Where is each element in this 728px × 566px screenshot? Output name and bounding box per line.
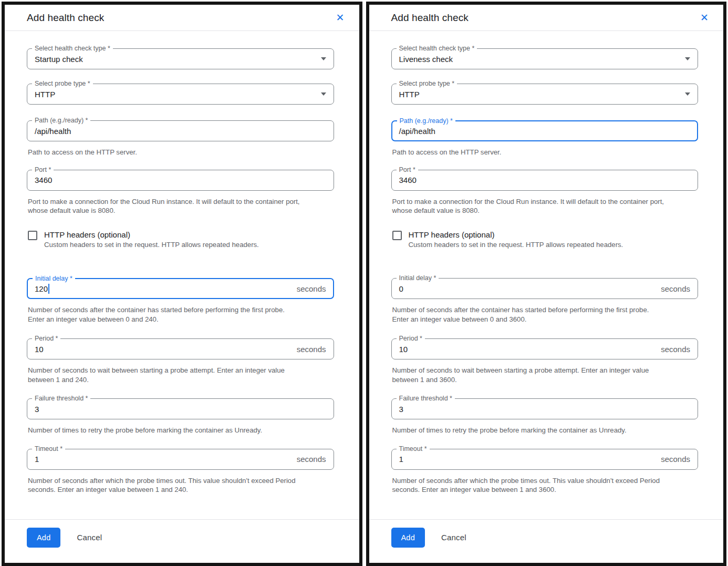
period-field[interactable]: Period * 10 seconds Number of seconds to… (27, 338, 334, 384)
failure-threshold-helper-text: Number of times to retry the probe befor… (28, 426, 334, 435)
dialog-add-health-check-startup: Add health check ✕ Select health check t… (2, 2, 362, 566)
http-headers-checkbox[interactable] (392, 231, 402, 240)
chevron-down-icon[interactable] (321, 57, 326, 60)
timeout-value: 1 (35, 455, 39, 464)
initial-delay-unit: seconds (297, 284, 326, 293)
timeout-label: Timeout * (32, 445, 65, 454)
port-label: Port * (32, 166, 54, 174)
dialog-header: Add health check ✕ (5, 5, 359, 31)
path-helper-text: Path to access on the HTTP server. (392, 148, 699, 157)
failure-threshold-helper-text: Number of times to retry the probe befor… (392, 426, 699, 435)
cancel-button[interactable]: Cancel (441, 533, 466, 542)
probe-type-value: HTTP (399, 90, 420, 99)
probe-type-value: HTTP (35, 90, 55, 99)
text-cursor (48, 284, 49, 294)
http-headers-helper-text: Custom headers to set in the request. HT… (44, 240, 259, 250)
period-unit: seconds (297, 345, 326, 354)
period-unit: seconds (661, 345, 690, 354)
initial-delay-helper-text: Number of seconds after the container ha… (28, 305, 334, 324)
port-field[interactable]: Port * 3460 Port to make a connection fo… (391, 170, 699, 215)
http-headers-option: HTTP headers (optional) Custom headers t… (391, 230, 699, 250)
timeout-field[interactable]: Timeout * 1 seconds Number of seconds af… (391, 449, 699, 495)
port-helper-text: Port to make a connection for the Cloud … (28, 197, 334, 215)
initial-delay-field[interactable]: Initial delay * 120 seconds Number of se… (27, 278, 334, 324)
probe-type-select[interactable]: Select probe type * HTTP (27, 84, 334, 105)
path-helper-text: Path to access on the HTTP server. (28, 148, 334, 157)
dialog-footer: Add Cancel (5, 519, 359, 566)
initial-delay-helper-text: Number of seconds after the container ha… (392, 305, 699, 324)
health-check-type-value: Liveness check (399, 55, 453, 64)
http-headers-option: HTTP headers (optional) Custom headers t… (27, 230, 334, 250)
health-check-type-label: Select health check type * (397, 44, 477, 53)
failure-threshold-label: Failure threshold * (32, 394, 90, 403)
http-headers-checkbox[interactable] (28, 231, 37, 240)
timeout-unit: seconds (297, 455, 326, 464)
health-check-type-label: Select health check type * (32, 44, 113, 53)
path-label: Path (e.g./ready) * (32, 116, 90, 125)
failure-threshold-field[interactable]: Failure threshold * 3 Number of times to… (27, 398, 334, 435)
timeout-label: Timeout * (397, 445, 430, 454)
health-check-type-value: Startup check (35, 55, 83, 64)
period-helper-text: Number of seconds to wait between starti… (28, 366, 334, 384)
timeout-helper-text: Number of seconds after which the probe … (28, 476, 334, 495)
add-button[interactable]: Add (391, 528, 425, 548)
dialog-footer: Add Cancel (369, 519, 724, 566)
period-helper-text: Number of seconds to wait between starti… (392, 366, 699, 384)
cancel-button[interactable]: Cancel (77, 533, 102, 542)
add-button[interactable]: Add (27, 528, 60, 548)
period-value: 10 (399, 345, 408, 354)
period-value: 10 (35, 345, 44, 354)
dialog-header: Add health check ✕ (369, 5, 724, 31)
path-field[interactable]: Path (e.g./ready) * /api/health Path to … (27, 120, 334, 157)
http-headers-label: HTTP headers (optional) (44, 230, 259, 239)
port-field[interactable]: Port * 3460 Port to make a connection fo… (27, 170, 334, 215)
health-check-type-select[interactable]: Select health check type * Startup check (27, 48, 334, 69)
probe-type-label: Select probe type * (397, 79, 457, 88)
probe-type-label: Select probe type * (32, 79, 93, 88)
dialog-title: Add health check (27, 12, 104, 24)
initial-delay-unit: seconds (661, 284, 690, 293)
dialog-body: Select health check type * Startup check… (5, 31, 359, 495)
initial-delay-label: Initial delay * (33, 274, 75, 283)
chevron-down-icon[interactable] (685, 92, 690, 96)
path-label: Path (e.g./ready) * (397, 117, 455, 126)
dialog-title: Add health check (391, 12, 469, 24)
port-helper-text: Port to make a connection for the Cloud … (392, 197, 699, 215)
health-check-type-select[interactable]: Select health check type * Liveness chec… (391, 48, 699, 69)
failure-threshold-value: 3 (35, 405, 39, 414)
http-headers-label: HTTP headers (optional) (409, 230, 623, 239)
chevron-down-icon[interactable] (321, 92, 326, 96)
path-value: /api/health (35, 127, 71, 136)
dialog-add-health-check-liveness: Add health check ✕ Select health check t… (366, 2, 727, 566)
timeout-value: 1 (399, 455, 403, 464)
path-field[interactable]: Path (e.g./ready) * /api/health Path to … (391, 120, 699, 157)
chevron-down-icon[interactable] (685, 57, 690, 60)
close-icon[interactable]: ✕ (700, 13, 709, 23)
http-headers-helper-text: Custom headers to set in the request. HT… (409, 240, 623, 250)
period-label: Period * (32, 334, 60, 343)
path-value: /api/health (399, 127, 435, 136)
dialog-body: Select health check type * Liveness chec… (369, 31, 724, 495)
close-icon[interactable]: ✕ (336, 13, 345, 23)
port-label: Port * (397, 166, 418, 174)
initial-delay-value: 0 (399, 284, 403, 293)
timeout-unit: seconds (661, 455, 690, 464)
failure-threshold-field[interactable]: Failure threshold * 3 Number of times to… (391, 398, 699, 435)
period-label: Period * (397, 334, 425, 343)
initial-delay-field[interactable]: Initial delay * 0 seconds Number of seco… (391, 278, 699, 324)
failure-threshold-label: Failure threshold * (397, 394, 455, 403)
port-value: 3460 (399, 176, 417, 184)
initial-delay-value: 120 (35, 284, 48, 293)
failure-threshold-value: 3 (399, 405, 403, 414)
period-field[interactable]: Period * 10 seconds Number of seconds to… (391, 338, 699, 384)
initial-delay-label: Initial delay * (397, 274, 439, 283)
timeout-helper-text: Number of seconds after which the probe … (392, 476, 699, 495)
port-value: 3460 (35, 176, 52, 184)
probe-type-select[interactable]: Select probe type * HTTP (391, 84, 699, 105)
timeout-field[interactable]: Timeout * 1 seconds Number of seconds af… (27, 449, 334, 495)
